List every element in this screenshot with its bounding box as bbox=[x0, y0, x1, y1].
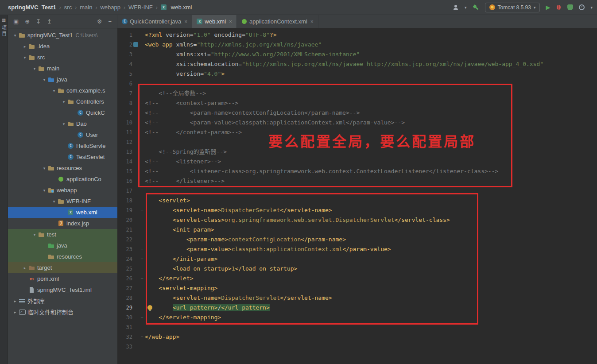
breadcrumb-item[interactable]: web.xml bbox=[161, 4, 192, 11]
tree-item-com.example.s[interactable]: ▾com.example.s bbox=[8, 85, 117, 96]
settings-icon[interactable]: ⚙ bbox=[97, 18, 102, 25]
code-token: </load-on-startup> bbox=[235, 265, 298, 272]
chevron-collapsed-icon[interactable]: ▸ bbox=[21, 266, 28, 270]
tree-item-index.jsp[interactable]: index.jsp bbox=[8, 218, 117, 229]
tree-item-外部库[interactable]: ▸外部库 bbox=[8, 295, 117, 306]
locate-icon[interactable]: ⊕ bbox=[25, 18, 30, 25]
code-token: <param-name> bbox=[186, 236, 228, 243]
user-icon[interactable] bbox=[453, 4, 459, 11]
panel-icon[interactable]: ▣ bbox=[13, 18, 19, 25]
code-line: 6 bbox=[117, 79, 597, 89]
project-tool-window-icon[interactable]: ▦ bbox=[2, 18, 6, 23]
tree-item-main[interactable]: ▾main bbox=[8, 63, 117, 74]
chevron-expanded-icon[interactable]: ▾ bbox=[50, 199, 58, 204]
tree-item-springMVC_Test1[interactable]: ▾springMVC_Test1C:\Users\ bbox=[8, 30, 117, 41]
fold-marker-icon[interactable]: − bbox=[140, 334, 143, 339]
gutter-fold-slot bbox=[139, 215, 145, 225]
tree-item-applicationCo[interactable]: applicationCo bbox=[8, 174, 117, 185]
user-chevron-down-icon[interactable]: ▾ bbox=[465, 5, 467, 10]
source-folder-icon bbox=[48, 76, 54, 83]
tree-item-springMVC_Test1.iml[interactable]: springMVC_Test1.iml bbox=[8, 284, 117, 295]
breadcrumb-item[interactable]: webapp bbox=[100, 4, 120, 11]
gutter-icon-slot bbox=[132, 167, 139, 176]
tab-QuickController.java[interactable]: QuickController.java× bbox=[117, 15, 192, 28]
chevron-expanded-icon[interactable]: ▾ bbox=[21, 55, 28, 60]
fold-marker-icon[interactable]: − bbox=[140, 256, 143, 261]
tab-web.xml[interactable]: web.xml× bbox=[192, 15, 237, 28]
tree-item-resources[interactable]: ▾resources bbox=[8, 163, 117, 174]
code-line: 10<!-- <param-value>classpath:applicatio… bbox=[117, 118, 597, 128]
fold-marker-icon[interactable]: − bbox=[140, 101, 143, 105]
editor-panel: 1<?xml version="1.0" encoding="UTF-8"?>2… bbox=[117, 28, 597, 364]
gutter-icon-slot bbox=[132, 274, 139, 283]
project-panel: ▾springMVC_Test1C:\Users\▸.idea▾src▾main… bbox=[8, 28, 117, 364]
chevron-expanded-icon[interactable]: ▾ bbox=[50, 89, 58, 93]
tree-item-.idea[interactable]: ▸.idea bbox=[8, 41, 117, 52]
breadcrumb-item[interactable]: src bbox=[64, 4, 72, 11]
code-line: 24− </init-param> bbox=[117, 254, 597, 264]
chevron-expanded-icon[interactable]: ▾ bbox=[60, 122, 67, 126]
fold-marker-icon[interactable]: − bbox=[140, 208, 143, 213]
code-line: 16<!-- </listener>--> bbox=[117, 176, 597, 186]
tree-item-HelloServle[interactable]: HelloServle bbox=[8, 140, 117, 151]
breadcrumb-item[interactable]: main bbox=[80, 4, 92, 11]
collapse-all-icon[interactable]: ↥ bbox=[47, 18, 52, 25]
breadcrumb-item[interactable]: springMVC_Test1 bbox=[8, 4, 56, 11]
chevron-collapsed-icon[interactable]: ▸ bbox=[12, 299, 19, 303]
tab-close-icon[interactable]: × bbox=[229, 19, 232, 25]
code-line: 17 bbox=[117, 186, 597, 196]
tree-item-resources[interactable]: resources bbox=[8, 251, 117, 262]
tree-item-pom.xml[interactable]: pom.xml bbox=[8, 273, 117, 284]
chevron-expanded-icon[interactable]: ▾ bbox=[31, 232, 38, 237]
chevron-collapsed-icon[interactable]: ▸ bbox=[21, 44, 28, 49]
run-button[interactable]: ▶ bbox=[546, 4, 550, 11]
tree-item-test[interactable]: ▾test bbox=[8, 229, 117, 240]
chevron-expanded-icon[interactable]: ▾ bbox=[31, 66, 38, 71]
code-line: 27 <servlet-mapping> bbox=[117, 283, 597, 293]
tree-item-web.xml[interactable]: web.xml bbox=[8, 207, 117, 218]
editor-tabs: QuickController.java×web.xml×application… bbox=[117, 15, 318, 28]
code-text: <web-app xmlns="http://xmlns.jcp.org/xml… bbox=[145, 40, 322, 50]
expand-all-icon[interactable]: ↧ bbox=[36, 18, 41, 25]
tree-item-WEB-INF[interactable]: ▾WEB-INF bbox=[8, 196, 117, 207]
fold-marker-icon[interactable]: − bbox=[140, 276, 143, 281]
chevron-expanded-icon[interactable]: ▾ bbox=[12, 33, 19, 38]
tree-item-Controllers[interactable]: ▾Controllers bbox=[8, 96, 117, 107]
breadcrumb-item[interactable]: WEB-INF bbox=[128, 4, 153, 11]
tree-item-TestServlet[interactable]: TestServlet bbox=[8, 151, 117, 163]
chevron-expanded-icon[interactable]: ▾ bbox=[41, 77, 48, 82]
chevron-expanded-icon[interactable]: ▾ bbox=[41, 188, 48, 193]
coverage-button[interactable] bbox=[567, 4, 573, 10]
tab-close-icon[interactable]: × bbox=[184, 19, 187, 25]
chevron-expanded-icon[interactable]: ▾ bbox=[41, 166, 48, 170]
build-hammer-icon[interactable] bbox=[473, 4, 479, 11]
project-stripe-label[interactable]: 项目 bbox=[0, 25, 8, 37]
tree-item-target[interactable]: ▸target bbox=[8, 262, 117, 273]
tree-item-java[interactable]: ▾java bbox=[8, 74, 117, 85]
tree-item-User[interactable]: User bbox=[8, 129, 117, 140]
line-number: 12 bbox=[117, 137, 132, 147]
tree-item-Dao[interactable]: ▾Dao bbox=[8, 118, 117, 129]
line-number: 4 bbox=[117, 59, 132, 69]
gutter-icon-slot bbox=[132, 322, 139, 332]
debug-button[interactable] bbox=[556, 4, 562, 10]
profiler-button[interactable] bbox=[579, 4, 585, 10]
fold-marker-icon[interactable]: − bbox=[140, 247, 143, 252]
tree-item-java[interactable]: java bbox=[8, 240, 117, 251]
more-actions-chevron-icon[interactable]: ▾ bbox=[590, 5, 593, 10]
code-line: 20 <servlet-class>org.springframework.we… bbox=[117, 215, 597, 225]
run-config-select[interactable]: Tomcat 8.5.93 ▾ bbox=[485, 3, 540, 12]
fold-marker-icon[interactable]: − bbox=[140, 315, 143, 320]
tree-item-临时文件和控制台[interactable]: ▸临时文件和控制台 bbox=[8, 306, 117, 318]
tree-item-src[interactable]: ▾src bbox=[8, 52, 117, 63]
tree-item-QuickC[interactable]: QuickC bbox=[8, 107, 117, 118]
chevron-expanded-icon[interactable]: ▾ bbox=[60, 100, 67, 104]
tab-applicationContext.xml[interactable]: applicationContext.xml× bbox=[237, 15, 318, 28]
gutter-icon-slot bbox=[132, 59, 139, 69]
tab-close-icon[interactable]: × bbox=[310, 19, 314, 25]
chevron-collapsed-icon[interactable]: ▸ bbox=[12, 310, 19, 314]
editor-code[interactable]: 1<?xml version="1.0" encoding="UTF-8"?>2… bbox=[117, 28, 597, 352]
tree-item-webapp[interactable]: ▾webapp bbox=[8, 185, 117, 196]
hide-icon[interactable]: − bbox=[108, 18, 112, 25]
intention-bulb-icon[interactable] bbox=[147, 305, 152, 310]
